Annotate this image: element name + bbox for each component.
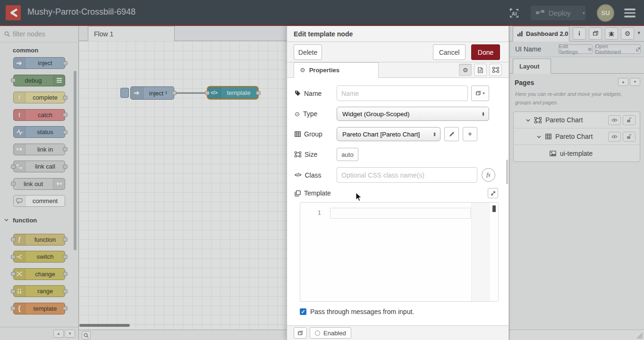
dialog-scrollbar[interactable]	[506, 160, 508, 184]
open-dashboard-button[interactable]: Open Dashboard	[595, 44, 641, 54]
tab-properties[interactable]: ⚙ Properties	[294, 62, 379, 78]
add-group-button[interactable]: +	[463, 127, 477, 141]
info-button[interactable]: i	[573, 27, 586, 40]
palette-node-function[interactable]: f function	[13, 234, 65, 246]
output-port[interactable]	[172, 91, 177, 95]
done-button[interactable]: Done	[471, 44, 500, 60]
expand-categories-button[interactable]: ▼	[65, 330, 75, 338]
palette-filter-placeholder: filter nodes	[13, 30, 45, 38]
debug-bug-button[interactable]	[605, 27, 618, 40]
node-help-book-button[interactable]	[294, 327, 307, 339]
fx-expression-button[interactable]: fx	[482, 168, 495, 182]
palette-node-status[interactable]: status	[13, 126, 65, 138]
output-port	[63, 130, 68, 134]
appearance-button[interactable]	[489, 64, 502, 76]
tree-row-group-pareto-chart[interactable]: Pareto Chart	[514, 128, 640, 145]
description-doc-button[interactable]	[474, 64, 487, 76]
code-icon: </>	[295, 172, 301, 178]
pages-title: Pages	[515, 79, 534, 86]
palette-node-range[interactable]: range	[13, 285, 65, 297]
canvas-node-template-selected[interactable]: </> template	[207, 86, 259, 100]
output-port	[63, 147, 68, 152]
collapse-categories-button[interactable]: ▲	[53, 330, 64, 338]
type-select[interactable]: Widget (Group-Scoped) ▲▼	[337, 107, 489, 121]
expand-editor-button[interactable]	[488, 188, 498, 198]
group-select[interactable]: Pareto Chart [Pareto Chart] ▲▼	[337, 127, 441, 141]
tree-row-page-pareto-chart[interactable]: Pareto Chart	[514, 112, 640, 128]
main-menu-icon[interactable]	[624, 8, 636, 19]
canvas-node-inject[interactable]: inject ¹	[130, 86, 174, 100]
type-field-label: ⊙ Type	[295, 110, 337, 118]
expand-all-button[interactable]: ▼	[630, 78, 640, 86]
class-input[interactable]	[337, 167, 477, 183]
page-object-icon	[534, 117, 542, 123]
edit-settings-button[interactable]: Edit Settings⚙	[559, 44, 593, 54]
edit-group-button[interactable]	[444, 127, 459, 141]
palette-node-template[interactable]: { template	[13, 303, 65, 314]
expand-icon	[491, 191, 496, 196]
scope-icon: ⊙	[295, 110, 300, 118]
passthrough-checkbox[interactable]: ✓	[300, 308, 306, 315]
lock-button[interactable]	[623, 115, 636, 125]
palette-node-link-in[interactable]: link in	[13, 144, 65, 155]
editor-active-line[interactable]	[330, 208, 471, 219]
editor-scrollbar[interactable]	[491, 203, 497, 301]
palette-scrollbar[interactable]	[74, 71, 76, 250]
output-port[interactable]	[256, 91, 261, 95]
deploy-caret-icon[interactable]: ▾	[577, 10, 585, 16]
pages-tree: Pareto Chart Pareto C	[513, 111, 640, 162]
sidebar-menu-caret-icon[interactable]: ▾	[637, 30, 640, 36]
group-field-label: Group	[295, 130, 337, 138]
palette-category-function[interactable]: function	[0, 212, 78, 227]
tab-layout[interactable]: Layout	[513, 59, 551, 74]
settings-gear-button[interactable]: ⚙	[621, 27, 634, 40]
collapse-all-button[interactable]: ▲	[618, 78, 628, 86]
image-icon	[550, 151, 556, 156]
chevron-down-icon[interactable]	[537, 134, 541, 139]
name-field-label: Name	[295, 90, 337, 97]
palette-node-link-out[interactable]: link out	[13, 178, 65, 190]
canvas-search-button[interactable]	[82, 331, 91, 340]
delete-button[interactable]: Delete	[294, 44, 322, 60]
node-enabled-toggle[interactable]: Enabled	[310, 327, 351, 339]
visibility-eye-button[interactable]	[608, 115, 621, 125]
size-button[interactable]: auto	[337, 148, 358, 161]
palette-node-catch[interactable]: ! catch	[13, 109, 65, 121]
tree-row-widget-ui-template[interactable]: ui-template	[514, 145, 640, 162]
tab-dashboard[interactable]: Dashboard 2.0	[513, 26, 569, 42]
input-port	[11, 272, 16, 276]
name-input[interactable]	[337, 85, 468, 101]
user-avatar[interactable]: SU	[597, 4, 614, 22]
palette-node-comment[interactable]: comment	[13, 195, 65, 207]
palette-filter[interactable]: filter nodes	[0, 26, 78, 42]
help-book-button[interactable]	[589, 27, 602, 40]
palette-node-inject[interactable]: inject	[13, 57, 65, 69]
template-code-editor[interactable]: 1	[300, 202, 499, 302]
palette-node-switch[interactable]: switch	[13, 251, 65, 263]
chevron-down-icon[interactable]	[526, 118, 530, 123]
lock-button[interactable]	[623, 132, 636, 142]
visibility-eye-button[interactable]	[608, 132, 621, 142]
palette-node-debug[interactable]: debug	[13, 75, 65, 86]
chevron-down-icon	[4, 219, 8, 221]
search-icon	[84, 333, 89, 338]
input-port	[11, 238, 16, 242]
palette-category-common[interactable]: common	[0, 42, 78, 57]
workspace-title: Mushy-Parrot-Crossbill-6948	[27, 7, 136, 17]
cancel-button[interactable]: Cancel	[433, 44, 466, 60]
input-port[interactable]	[205, 91, 210, 95]
inject-trigger-button[interactable]	[120, 88, 129, 98]
deploy-button[interactable]: Deploy ▾	[531, 6, 585, 20]
flow-tab[interactable]: Flow 1	[88, 26, 175, 41]
output-port	[63, 164, 68, 169]
resize-grip-icon[interactable]	[636, 332, 643, 339]
palette-node-complete[interactable]: ! complete	[13, 92, 65, 103]
canvas-hscrollbar[interactable]	[79, 324, 130, 327]
ai-assistant-button[interactable]: AI	[506, 5, 522, 21]
right-sidebar: Dashboard 2.0 i ⚙ ▾ UI Name Edit Setting…	[509, 26, 644, 340]
properties-gear-button[interactable]: ⚙	[459, 64, 472, 76]
palette-node-link-call[interactable]: link call	[13, 161, 65, 172]
palette-node-change[interactable]: change	[13, 268, 65, 280]
input-port	[11, 289, 16, 293]
label-options-button[interactable]: ▾	[471, 85, 489, 101]
